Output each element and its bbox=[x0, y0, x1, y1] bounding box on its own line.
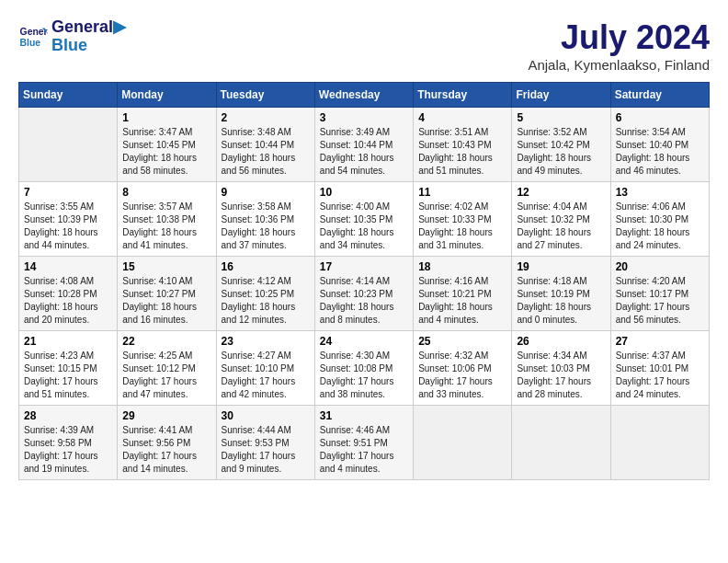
calendar-week-row: 14Sunrise: 4:08 AM Sunset: 10:28 PM Dayl… bbox=[19, 257, 710, 331]
weekday-header-tuesday: Tuesday bbox=[216, 83, 314, 108]
day-info: Sunrise: 4:20 AM Sunset: 10:17 PM Daylig… bbox=[616, 275, 704, 327]
calendar-cell: 20Sunrise: 4:20 AM Sunset: 10:17 PM Dayl… bbox=[610, 257, 709, 331]
day-info: Sunrise: 3:49 AM Sunset: 10:44 PM Daylig… bbox=[320, 126, 408, 178]
calendar-cell: 12Sunrise: 4:04 AM Sunset: 10:32 PM Dayl… bbox=[512, 182, 610, 257]
day-number: 18 bbox=[418, 260, 506, 273]
weekday-header-monday: Monday bbox=[118, 83, 216, 108]
day-number: 12 bbox=[517, 186, 605, 199]
day-number: 9 bbox=[222, 186, 310, 199]
day-number: 11 bbox=[418, 186, 506, 199]
day-number: 5 bbox=[517, 111, 605, 124]
day-info: Sunrise: 4:46 AM Sunset: 9:51 PM Dayligh… bbox=[320, 424, 408, 476]
day-number: 20 bbox=[616, 260, 704, 273]
calendar-header: SundayMondayTuesdayWednesdayThursdayFrid… bbox=[19, 83, 710, 108]
day-number: 22 bbox=[122, 335, 210, 348]
calendar-cell: 31Sunrise: 4:46 AM Sunset: 9:51 PM Dayli… bbox=[314, 406, 413, 480]
calendar-cell: 14Sunrise: 4:08 AM Sunset: 10:28 PM Dayl… bbox=[19, 257, 118, 331]
day-info: Sunrise: 3:48 AM Sunset: 10:44 PM Daylig… bbox=[222, 126, 310, 178]
day-info: Sunrise: 4:30 AM Sunset: 10:08 PM Daylig… bbox=[320, 350, 408, 401]
calendar-cell: 2Sunrise: 3:48 AM Sunset: 10:44 PM Dayli… bbox=[216, 108, 314, 182]
day-info: Sunrise: 4:14 AM Sunset: 10:23 PM Daylig… bbox=[320, 275, 408, 327]
calendar-cell: 24Sunrise: 4:30 AM Sunset: 10:08 PM Dayl… bbox=[314, 331, 413, 406]
day-number: 19 bbox=[517, 260, 605, 273]
day-info: Sunrise: 3:54 AM Sunset: 10:40 PM Daylig… bbox=[616, 126, 704, 178]
weekday-header-saturday: Saturday bbox=[610, 83, 709, 108]
day-number: 27 bbox=[616, 335, 704, 348]
calendar-cell: 28Sunrise: 4:39 AM Sunset: 9:58 PM Dayli… bbox=[19, 406, 118, 480]
day-number: 30 bbox=[222, 409, 310, 422]
day-number: 23 bbox=[222, 335, 310, 348]
calendar-cell: 30Sunrise: 4:44 AM Sunset: 9:53 PM Dayli… bbox=[216, 406, 314, 480]
calendar-cell: 6Sunrise: 3:54 AM Sunset: 10:40 PM Dayli… bbox=[610, 108, 709, 182]
day-number: 25 bbox=[418, 335, 506, 348]
day-info: Sunrise: 4:04 AM Sunset: 10:32 PM Daylig… bbox=[517, 201, 605, 252]
calendar-cell: 23Sunrise: 4:27 AM Sunset: 10:10 PM Dayl… bbox=[216, 331, 314, 406]
day-number: 8 bbox=[122, 186, 210, 199]
day-info: Sunrise: 4:44 AM Sunset: 9:53 PM Dayligh… bbox=[222, 424, 310, 476]
day-info: Sunrise: 3:47 AM Sunset: 10:45 PM Daylig… bbox=[122, 126, 210, 178]
day-number: 16 bbox=[222, 260, 310, 273]
calendar-cell bbox=[512, 406, 610, 480]
title-block: July 2024 Anjala, Kymenlaakso, Finland bbox=[528, 18, 710, 73]
logo-text-line1: General▶ bbox=[51, 18, 126, 37]
day-info: Sunrise: 4:37 AM Sunset: 10:01 PM Daylig… bbox=[616, 350, 704, 401]
day-info: Sunrise: 3:51 AM Sunset: 10:43 PM Daylig… bbox=[418, 126, 506, 178]
day-info: Sunrise: 4:16 AM Sunset: 10:21 PM Daylig… bbox=[418, 275, 506, 327]
calendar-cell: 3Sunrise: 3:49 AM Sunset: 10:44 PM Dayli… bbox=[314, 108, 413, 182]
calendar-cell: 17Sunrise: 4:14 AM Sunset: 10:23 PM Dayl… bbox=[314, 257, 413, 331]
day-number: 29 bbox=[122, 409, 210, 422]
calendar-week-row: 21Sunrise: 4:23 AM Sunset: 10:15 PM Dayl… bbox=[19, 331, 710, 406]
calendar-cell: 19Sunrise: 4:18 AM Sunset: 10:19 PM Dayl… bbox=[512, 257, 610, 331]
calendar-cell: 15Sunrise: 4:10 AM Sunset: 10:27 PM Dayl… bbox=[118, 257, 216, 331]
logo: General Blue General▶ Blue bbox=[18, 18, 126, 55]
weekday-header-friday: Friday bbox=[512, 83, 610, 108]
day-number: 6 bbox=[616, 111, 704, 124]
day-number: 17 bbox=[320, 260, 408, 273]
day-info: Sunrise: 4:32 AM Sunset: 10:06 PM Daylig… bbox=[418, 350, 506, 401]
day-info: Sunrise: 4:10 AM Sunset: 10:27 PM Daylig… bbox=[122, 275, 210, 327]
calendar-cell bbox=[610, 406, 709, 480]
day-info: Sunrise: 4:12 AM Sunset: 10:25 PM Daylig… bbox=[222, 275, 310, 327]
calendar-cell: 21Sunrise: 4:23 AM Sunset: 10:15 PM Dayl… bbox=[19, 331, 118, 406]
day-info: Sunrise: 4:06 AM Sunset: 10:30 PM Daylig… bbox=[616, 201, 704, 252]
day-info: Sunrise: 4:00 AM Sunset: 10:35 PM Daylig… bbox=[320, 201, 408, 252]
weekday-header-sunday: Sunday bbox=[19, 83, 118, 108]
day-number: 7 bbox=[24, 186, 112, 199]
day-number: 21 bbox=[24, 335, 112, 348]
weekday-header-wednesday: Wednesday bbox=[314, 83, 413, 108]
calendar-cell: 10Sunrise: 4:00 AM Sunset: 10:35 PM Dayl… bbox=[314, 182, 413, 257]
calendar-cell: 8Sunrise: 3:57 AM Sunset: 10:38 PM Dayli… bbox=[118, 182, 216, 257]
day-info: Sunrise: 3:55 AM Sunset: 10:39 PM Daylig… bbox=[24, 201, 112, 252]
day-info: Sunrise: 4:34 AM Sunset: 10:03 PM Daylig… bbox=[517, 350, 605, 401]
calendar-cell: 18Sunrise: 4:16 AM Sunset: 10:21 PM Dayl… bbox=[414, 257, 512, 331]
calendar-cell: 26Sunrise: 4:34 AM Sunset: 10:03 PM Dayl… bbox=[512, 331, 610, 406]
location-subtitle: Anjala, Kymenlaakso, Finland bbox=[528, 57, 710, 73]
day-number: 10 bbox=[320, 186, 408, 199]
calendar-cell: 7Sunrise: 3:55 AM Sunset: 10:39 PM Dayli… bbox=[19, 182, 118, 257]
day-info: Sunrise: 3:52 AM Sunset: 10:42 PM Daylig… bbox=[517, 126, 605, 178]
calendar-week-row: 1Sunrise: 3:47 AM Sunset: 10:45 PM Dayli… bbox=[19, 108, 710, 182]
day-number: 26 bbox=[517, 335, 605, 348]
day-number: 14 bbox=[24, 260, 112, 273]
day-info: Sunrise: 4:18 AM Sunset: 10:19 PM Daylig… bbox=[517, 275, 605, 327]
calendar-week-row: 7Sunrise: 3:55 AM Sunset: 10:39 PM Dayli… bbox=[19, 182, 710, 257]
month-year-title: July 2024 bbox=[528, 18, 710, 57]
svg-text:Blue: Blue bbox=[20, 37, 41, 47]
weekday-header-row: SundayMondayTuesdayWednesdayThursdayFrid… bbox=[19, 83, 710, 108]
day-info: Sunrise: 4:08 AM Sunset: 10:28 PM Daylig… bbox=[24, 275, 112, 327]
day-info: Sunrise: 4:23 AM Sunset: 10:15 PM Daylig… bbox=[24, 350, 112, 401]
day-info: Sunrise: 4:27 AM Sunset: 10:10 PM Daylig… bbox=[222, 350, 310, 401]
calendar-cell: 9Sunrise: 3:58 AM Sunset: 10:36 PM Dayli… bbox=[216, 182, 314, 257]
day-number: 28 bbox=[24, 409, 112, 422]
day-info: Sunrise: 4:39 AM Sunset: 9:58 PM Dayligh… bbox=[24, 424, 112, 476]
page-header: General Blue General▶ Blue July 2024 Anj… bbox=[18, 18, 710, 73]
general-blue-logo-icon: General Blue bbox=[18, 22, 48, 52]
calendar-cell: 4Sunrise: 3:51 AM Sunset: 10:43 PM Dayli… bbox=[414, 108, 512, 182]
day-info: Sunrise: 4:02 AM Sunset: 10:33 PM Daylig… bbox=[418, 201, 506, 252]
calendar-cell bbox=[414, 406, 512, 480]
calendar-cell: 5Sunrise: 3:52 AM Sunset: 10:42 PM Dayli… bbox=[512, 108, 610, 182]
day-number: 15 bbox=[122, 260, 210, 273]
logo-text-line2: Blue bbox=[51, 37, 126, 55]
calendar-cell: 11Sunrise: 4:02 AM Sunset: 10:33 PM Dayl… bbox=[414, 182, 512, 257]
day-number: 13 bbox=[616, 186, 704, 199]
